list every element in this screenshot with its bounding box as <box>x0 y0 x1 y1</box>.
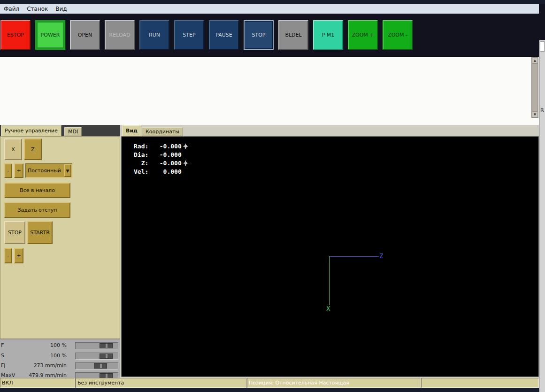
toolbar-button-stop[interactable]: STOP <box>244 20 274 50</box>
slider-handle[interactable] <box>100 343 113 348</box>
x-axis-line <box>329 256 330 305</box>
scroll-up-icon[interactable]: ▲ <box>532 57 538 63</box>
x-axis-label: X <box>326 305 330 312</box>
touch-off-button[interactable]: Задать отступ <box>4 202 70 218</box>
menu-item-file[interactable]: Файл <box>0 5 23 13</box>
gcode-listing[interactable] <box>0 56 539 125</box>
status-bar: ВКЛ Без инструмента Позиция: Относительн… <box>0 378 539 388</box>
toolbar-button-pause[interactable]: PAUSE <box>209 20 239 50</box>
slider-handle[interactable] <box>94 363 107 369</box>
dro-row-z: Z: -0.000 <box>134 159 188 167</box>
spindle-override-slider[interactable] <box>75 353 118 360</box>
right-edge-label: R <box>540 107 544 113</box>
tab-coordinates[interactable]: Координаты <box>142 127 183 136</box>
status-tool: Без инструмента <box>76 378 246 388</box>
jog-speed-slider[interactable] <box>75 362 118 369</box>
toolbar-button-zoom-in[interactable]: ZOOM + <box>348 20 378 50</box>
z-axis-label: Z <box>379 252 383 260</box>
toolbar-button-bldel[interactable]: BLDEL <box>278 20 308 50</box>
preview-canvas[interactable]: Rad: -0.000 Dia: -0.000 Z: -0.000 Vel: 0… <box>121 136 539 377</box>
dro-value: -0.000 <box>148 160 181 167</box>
override-label: Fj <box>1 362 5 369</box>
dro-row-vel: Vel: 0.000 <box>134 167 188 176</box>
override-label: S <box>1 353 4 359</box>
dro-row-dia: Dia: -0.000 <box>134 150 188 159</box>
scrollbar-thumb[interactable] <box>532 63 538 111</box>
dro-readout: Rad: -0.000 Dia: -0.000 Z: -0.000 Vel: 0… <box>134 142 188 176</box>
toolbar-button-reload[interactable]: RELOAD <box>105 20 135 50</box>
dro-label: Vel: <box>134 168 148 175</box>
override-sliders-panel: F 100 % S 100 % Fj 273 mm/min MaxV 479.9… <box>0 339 120 378</box>
override-value: 100 % <box>8 342 67 348</box>
menu-item-view[interactable]: Вид <box>52 5 70 13</box>
toolbar-button-open[interactable]: OPEN <box>70 20 100 50</box>
dro-label: Rad: <box>134 143 148 150</box>
override-value: 100 % <box>8 353 67 359</box>
status-extra <box>421 378 539 388</box>
dro-label: Z: <box>134 160 148 167</box>
right-edge-widget <box>540 41 545 52</box>
tab-mdi[interactable]: MDI <box>64 127 82 136</box>
toolbar-button-power[interactable]: POWER <box>35 20 65 50</box>
jog-mode-value: Постоянный <box>26 168 64 174</box>
dro-value: -0.000 <box>148 143 181 150</box>
axis-x-button[interactable]: X <box>4 138 22 160</box>
spindle-plus-button[interactable]: + <box>14 248 23 263</box>
toolbar: ESTOP POWER OPEN RELOAD RUN STEP PAUSE S… <box>0 14 545 56</box>
override-value: 273 mm/min <box>8 362 67 369</box>
dro-row-rad: Rad: -0.000 <box>134 142 188 150</box>
home-all-button[interactable]: Все в начало <box>4 183 70 198</box>
dro-value: 0.000 <box>148 168 181 175</box>
spindle-start-button[interactable]: STARTR <box>27 221 53 244</box>
override-label: F <box>1 342 4 348</box>
status-position: Позиция: Относительная Настоящая <box>247 378 421 388</box>
chevron-down-icon[interactable]: ▼ <box>64 164 71 177</box>
preview-notebook-tabrow <box>121 125 539 136</box>
spindle-override-row: S 100 % <box>0 352 120 361</box>
z-axis-line <box>329 256 379 257</box>
toolbar-button-estop[interactable]: ESTOP <box>0 20 31 50</box>
scroll-down-icon[interactable]: ▼ <box>532 111 538 117</box>
toolbar-button-optional-stop-m1[interactable]: P M1 <box>313 20 343 50</box>
tab-manual-control[interactable]: Ручное управление <box>1 125 61 136</box>
right-edge-panel: R <box>539 40 545 392</box>
jog-speed-row: Fj 273 mm/min <box>0 361 120 370</box>
unhomed-icon <box>183 144 188 149</box>
toolbar-button-zoom-out[interactable]: ZOOM - <box>383 20 413 50</box>
dro-value: -0.000 <box>148 151 181 158</box>
feed-override-slider[interactable] <box>75 342 118 349</box>
dro-label: Dia: <box>134 151 148 158</box>
gcode-scrollbar[interactable]: ▲ ▼ <box>531 57 538 118</box>
manual-control-panel: X Z - + Постоянный ▼ Все в начало Задать… <box>0 136 120 339</box>
unhomed-icon <box>183 161 188 166</box>
spindle-minus-button[interactable]: - <box>4 248 12 263</box>
jog-plus-button[interactable]: + <box>14 163 23 178</box>
jog-minus-button[interactable]: - <box>4 163 12 178</box>
feed-override-row: F 100 % <box>0 341 120 350</box>
window-bottom-edge <box>0 388 539 392</box>
tab-view[interactable]: Вид <box>122 125 141 136</box>
status-machine-state: ВКЛ <box>0 378 75 388</box>
menu-bar: Файл Станок Вид <box>0 4 539 14</box>
toolbar-button-step[interactable]: STEP <box>174 20 204 50</box>
slider-handle[interactable] <box>100 354 113 359</box>
toolbar-button-run[interactable]: RUN <box>139 20 169 50</box>
cnc-main-window: Файл Станок Вид ESTOP POWER OPEN RELOAD … <box>0 0 545 392</box>
jog-mode-select[interactable]: Постоянный ▼ <box>25 163 72 178</box>
spindle-stop-button[interactable]: STOP <box>4 221 25 244</box>
menu-item-machine[interactable]: Станок <box>23 5 52 13</box>
axis-z-button[interactable]: Z <box>24 138 42 160</box>
window-top-edge <box>0 0 545 4</box>
